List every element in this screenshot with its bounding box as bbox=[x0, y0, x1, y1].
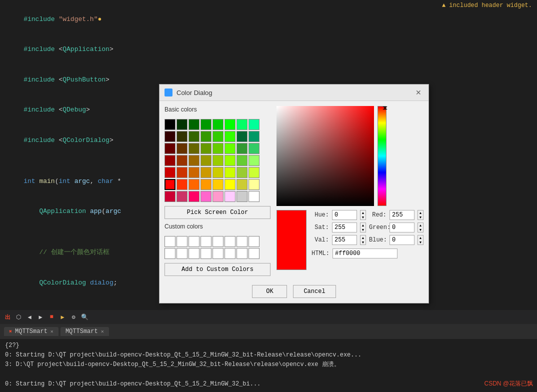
hue-spin-up[interactable]: ▲ bbox=[360, 210, 366, 215]
basic-color-cell[interactable] bbox=[200, 179, 212, 190]
toolbar-btn-3[interactable]: ▶ bbox=[36, 312, 45, 322]
custom-color-cell[interactable] bbox=[248, 236, 260, 247]
tab-1-close[interactable]: ✕ bbox=[50, 328, 54, 334]
basic-color-cell[interactable] bbox=[224, 119, 236, 130]
ok-button[interactable]: OK bbox=[252, 285, 287, 298]
basic-color-cell[interactable] bbox=[236, 179, 248, 190]
basic-color-cell[interactable] bbox=[164, 131, 176, 142]
red-spin-down[interactable]: ▼ bbox=[418, 215, 423, 220]
basic-color-cell[interactable] bbox=[224, 191, 236, 202]
custom-color-cell[interactable] bbox=[200, 236, 212, 247]
green-input[interactable] bbox=[390, 222, 414, 232]
basic-color-cell[interactable] bbox=[188, 167, 200, 178]
basic-color-cell[interactable] bbox=[236, 191, 248, 202]
basic-color-cell[interactable] bbox=[224, 143, 236, 154]
toolbar-btn-2[interactable]: ◀ bbox=[25, 312, 34, 322]
basic-color-cell[interactable] bbox=[176, 155, 188, 166]
basic-color-cell[interactable] bbox=[164, 155, 176, 166]
gradient-box[interactable] bbox=[276, 106, 374, 206]
red-spin-up[interactable]: ▲ bbox=[418, 210, 423, 215]
custom-color-cell[interactable] bbox=[200, 248, 212, 259]
basic-color-cell[interactable] bbox=[236, 119, 248, 130]
basic-color-cell[interactable] bbox=[236, 131, 248, 142]
custom-color-cell[interactable] bbox=[164, 248, 176, 259]
html-input[interactable] bbox=[332, 248, 398, 258]
val-spin-down[interactable]: ▼ bbox=[360, 240, 366, 244]
custom-color-cell[interactable] bbox=[212, 236, 224, 247]
val-input[interactable] bbox=[332, 235, 357, 245]
custom-color-cell[interactable] bbox=[188, 236, 200, 247]
basic-color-cell[interactable] bbox=[176, 131, 188, 142]
red-input[interactable] bbox=[390, 210, 414, 220]
custom-color-cell[interactable] bbox=[236, 236, 248, 247]
dialog-close-button[interactable]: ✕ bbox=[414, 88, 424, 98]
hue-spin-down[interactable]: ▼ bbox=[360, 215, 366, 220]
basic-color-cell[interactable] bbox=[176, 143, 188, 154]
toolbar-btn-6[interactable]: ⚙ bbox=[69, 312, 78, 322]
basic-color-cell[interactable] bbox=[248, 155, 260, 166]
cancel-button[interactable]: Cancel bbox=[293, 285, 336, 298]
basic-color-cell[interactable] bbox=[176, 191, 188, 202]
basic-color-cell[interactable] bbox=[212, 155, 224, 166]
pick-screen-button[interactable]: Pick Screen Color bbox=[164, 206, 270, 219]
basic-color-cell[interactable] bbox=[248, 143, 260, 154]
basic-color-cell[interactable] bbox=[212, 167, 224, 178]
basic-color-cell[interactable] bbox=[224, 179, 236, 190]
blue-spin-down[interactable]: ▼ bbox=[418, 240, 423, 244]
basic-color-cell[interactable] bbox=[248, 191, 260, 202]
basic-color-cell[interactable] bbox=[188, 155, 200, 166]
green-spin[interactable]: ▲ ▼ bbox=[418, 222, 424, 232]
custom-color-cell[interactable] bbox=[236, 248, 248, 259]
basic-color-cell[interactable] bbox=[224, 167, 236, 178]
basic-color-cell[interactable] bbox=[224, 131, 236, 142]
custom-color-cell[interactable] bbox=[164, 236, 176, 247]
toolbar-btn-7[interactable]: 🔍 bbox=[80, 312, 89, 322]
basic-color-cell[interactable] bbox=[200, 191, 212, 202]
blue-spin[interactable]: ▲ ▼ bbox=[418, 235, 424, 245]
basic-color-cell[interactable] bbox=[164, 119, 176, 130]
basic-color-cell[interactable] bbox=[236, 143, 248, 154]
tab-2-close[interactable]: ✕ bbox=[101, 328, 104, 334]
basic-color-cell[interactable] bbox=[164, 167, 176, 178]
basic-color-cell[interactable] bbox=[164, 191, 176, 202]
basic-color-cell[interactable] bbox=[164, 179, 176, 190]
tab-item-1[interactable]: ✖ MQTTSmart ✕ bbox=[4, 327, 58, 336]
basic-color-cell[interactable] bbox=[200, 131, 212, 142]
basic-color-cell[interactable] bbox=[224, 155, 236, 166]
add-custom-button[interactable]: Add to Custom Colors bbox=[164, 263, 270, 276]
basic-color-cell[interactable] bbox=[188, 131, 200, 142]
basic-color-cell[interactable] bbox=[188, 191, 200, 202]
basic-color-cell[interactable] bbox=[200, 119, 212, 130]
basic-color-cell[interactable] bbox=[236, 167, 248, 178]
basic-color-cell[interactable] bbox=[248, 131, 260, 142]
basic-color-cell[interactable] bbox=[212, 131, 224, 142]
sat-spin[interactable]: ▲ ▼ bbox=[360, 222, 366, 232]
sat-spin-up[interactable]: ▲ bbox=[360, 223, 366, 228]
basic-color-cell[interactable] bbox=[176, 119, 188, 130]
basic-color-cell[interactable] bbox=[248, 167, 260, 178]
basic-color-cell[interactable] bbox=[212, 119, 224, 130]
basic-color-cell[interactable] bbox=[236, 155, 248, 166]
toolbar-btn-4[interactable]: ■ bbox=[47, 312, 56, 322]
toolbar-btn-1[interactable]: ⬡ bbox=[14, 312, 23, 322]
red-spin[interactable]: ▲ ▼ bbox=[418, 210, 424, 220]
blue-spin-up[interactable]: ▲ bbox=[418, 236, 423, 240]
basic-color-cell[interactable] bbox=[200, 167, 212, 178]
basic-color-cell[interactable] bbox=[188, 143, 200, 154]
val-spin-up[interactable]: ▲ bbox=[360, 236, 366, 240]
custom-color-cell[interactable] bbox=[176, 248, 188, 259]
green-spin-up[interactable]: ▲ bbox=[418, 223, 423, 228]
basic-color-cell[interactable] bbox=[164, 143, 176, 154]
custom-color-cell[interactable] bbox=[212, 248, 224, 259]
tab-item-2[interactable]: MQTTSmart ✕ bbox=[60, 327, 109, 336]
val-spin[interactable]: ▲ ▼ bbox=[360, 235, 366, 245]
basic-color-cell[interactable] bbox=[212, 179, 224, 190]
hue-input[interactable] bbox=[332, 210, 357, 220]
hue-spin[interactable]: ▲ ▼ bbox=[360, 210, 366, 220]
basic-color-cell[interactable] bbox=[248, 119, 260, 130]
basic-color-cell[interactable] bbox=[248, 179, 260, 190]
custom-color-cell[interactable] bbox=[248, 248, 260, 259]
custom-color-cell[interactable] bbox=[188, 248, 200, 259]
hue-strip[interactable] bbox=[378, 106, 386, 206]
basic-color-cell[interactable] bbox=[176, 179, 188, 190]
